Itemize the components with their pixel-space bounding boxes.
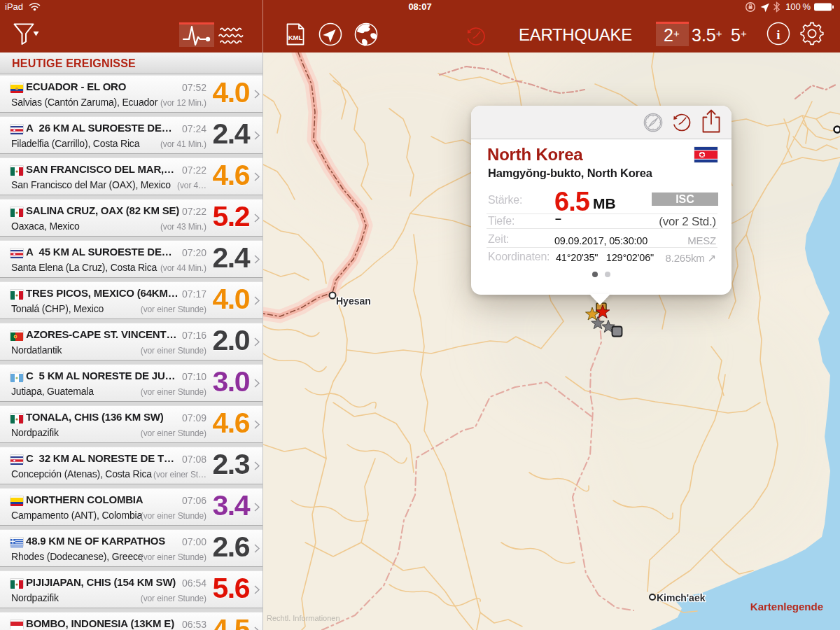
- svg-text:Kartenlegende: Kartenlegende: [750, 601, 823, 612]
- svg-text:Rechtl. Informationen: Rechtl. Informationen: [267, 614, 340, 622]
- svg-text:Hyesan: Hyesan: [336, 295, 371, 307]
- svg-text:Kimch'aek: Kimch'aek: [657, 592, 706, 603]
